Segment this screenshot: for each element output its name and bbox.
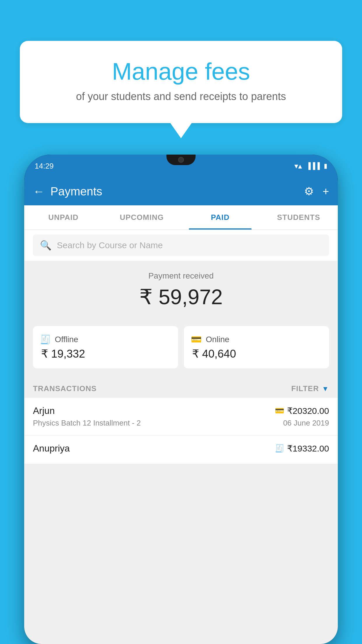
online-payment-card: 💳 Online ₹ 40,640 (184, 326, 329, 368)
offline-card-header: 🧾 Offline (40, 334, 171, 344)
filter-label: FILTER (291, 384, 319, 393)
search-icon: 🔍 (40, 240, 52, 251)
transaction-amount-2: ₹19332.00 (287, 443, 329, 454)
transaction-amount-1: ₹20320.00 (287, 406, 329, 416)
phone-frame: 14:29 ▾▴ ▐▐▐ ▮ ← Payments ⚙ + (24, 155, 338, 644)
offline-amount: ₹ 19,332 (40, 347, 171, 360)
phone-camera (178, 157, 184, 163)
transaction-detail-1: Physics Batch 12 Installment - 2 06 June… (33, 419, 329, 428)
background: Manage fees of your students and send re… (0, 0, 362, 644)
transactions-header: TRANSACTIONS FILTER ▼ (24, 377, 338, 398)
payment-received-label: Payment received (33, 271, 329, 281)
filter-button[interactable]: FILTER ▼ (291, 384, 329, 393)
phone-screen: UNPAID UPCOMING PAID STUDENTS 🔍 Search b… (24, 205, 338, 644)
transaction-amount-row-1: 💳 ₹20320.00 (275, 406, 329, 416)
online-amount: ₹ 40,640 (191, 347, 322, 360)
online-card-header: 💳 Online (191, 334, 322, 344)
tab-paid[interactable]: PAID (181, 205, 259, 230)
signal-icon: ▐▐▐ (306, 162, 320, 170)
online-label: Online (206, 335, 229, 344)
tab-upcoming[interactable]: UPCOMING (103, 205, 181, 230)
search-input-container[interactable]: 🔍 Search by Course or Name (33, 235, 329, 256)
payment-total-amount: ₹ 59,972 (33, 285, 329, 309)
offline-label: Offline (55, 335, 78, 344)
online-payment-type-icon-1: 💳 (275, 406, 284, 415)
transaction-main-1: Arjun 💳 ₹20320.00 (33, 405, 329, 416)
tabs-container: UNPAID UPCOMING PAID STUDENTS (24, 205, 338, 230)
offline-payment-type-icon-2: 🧾 (275, 444, 284, 453)
speech-bubble-title: Manage fees (34, 58, 328, 85)
app-bar-actions: ⚙ + (304, 185, 329, 198)
app-bar: ← Payments ⚙ + (24, 177, 338, 205)
payment-summary: Payment received ₹ 59,972 (24, 261, 338, 326)
transaction-row[interactable]: Arjun 💳 ₹20320.00 Physics Batch 12 Insta… (24, 398, 338, 435)
tab-unpaid[interactable]: UNPAID (24, 205, 103, 230)
offline-payment-card: 🧾 Offline ₹ 19,332 (33, 326, 178, 368)
payment-cards: 🧾 Offline ₹ 19,332 💳 Online ₹ 40,640 (24, 326, 338, 377)
transaction-date-1: 06 June 2019 (283, 419, 329, 428)
speech-bubble: Manage fees of your students and send re… (20, 41, 342, 123)
add-button[interactable]: + (323, 185, 329, 198)
transactions-label: TRANSACTIONS (33, 384, 97, 393)
transaction-row-2[interactable]: Anupriya 🧾 ₹19332.00 (24, 435, 338, 464)
offline-payment-icon: 🧾 (40, 334, 51, 344)
status-time: 14:29 (35, 162, 54, 171)
phone-notch (166, 155, 196, 165)
speech-bubble-subtitle: of your students and send receipts to pa… (34, 90, 328, 103)
transaction-name-2: Anupriya (33, 443, 70, 454)
status-icons: ▾▴ ▐▐▐ ▮ (294, 162, 327, 171)
transaction-amount-row-2: 🧾 ₹19332.00 (275, 443, 329, 454)
search-placeholder-text: Search by Course or Name (57, 240, 163, 250)
wifi-icon: ▾▴ (294, 162, 302, 171)
tab-students[interactable]: STUDENTS (259, 205, 338, 230)
status-bar: 14:29 ▾▴ ▐▐▐ ▮ (24, 155, 338, 177)
filter-icon: ▼ (322, 385, 329, 393)
app-bar-title: Payments (50, 185, 304, 198)
transaction-name-1: Arjun (33, 405, 55, 416)
search-bar: 🔍 Search by Course or Name (24, 230, 338, 261)
battery-icon: ▮ (324, 162, 327, 170)
settings-button[interactable]: ⚙ (304, 185, 314, 198)
transaction-course-1: Physics Batch 12 Installment - 2 (33, 419, 141, 428)
transaction-main-2: Anupriya 🧾 ₹19332.00 (33, 443, 329, 454)
back-button[interactable]: ← (33, 185, 45, 198)
online-payment-icon: 💳 (191, 334, 202, 344)
